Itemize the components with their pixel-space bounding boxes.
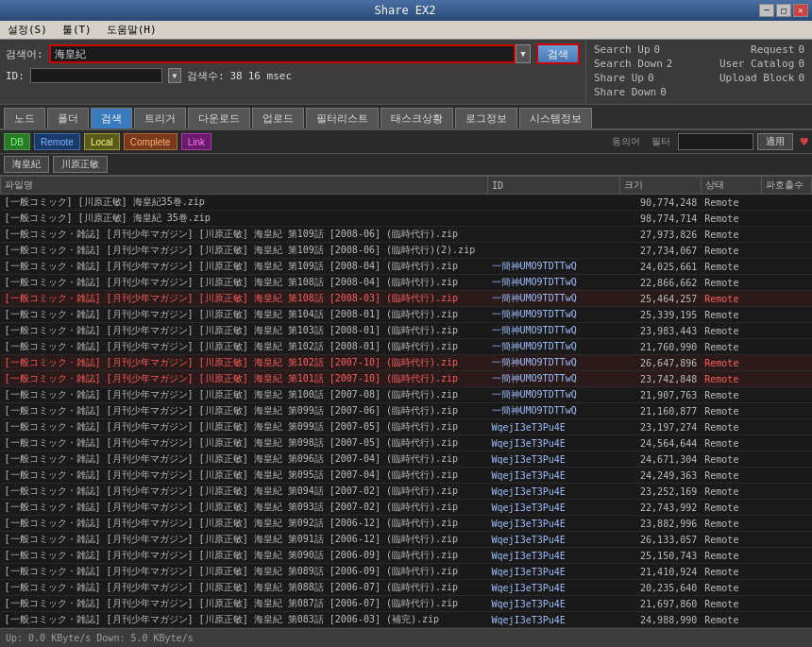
table-row[interactable]: [一般コミック・雑誌] [月刊少年マガジン] [川原正敏] 海皇紀 第099話 … (1, 403, 812, 419)
table-row[interactable]: [一般コミック・雑誌] [月刊少年マガジン] [川原正敏] 海皇紀 第098話 … (1, 435, 812, 451)
close-button[interactable]: × (793, 4, 808, 17)
table-row[interactable]: [一般コミック・雑誌] [月刊少年マガジン] [川原正敏] 海皇紀 第109話 … (1, 227, 812, 243)
filter-remote-btn[interactable]: Remote (34, 133, 80, 150)
filter-input[interactable] (678, 133, 753, 150)
cell-status: Remote (701, 339, 762, 355)
table-row[interactable]: [一般コミック・雑誌] [月刊少年マガジン] [川原正敏] 海皇紀 第100話 … (1, 387, 812, 403)
tag-kaijoki[interactable]: 海皇紀 (4, 156, 49, 173)
cell-filename: [一般コミック・雑誌] [月刊少年マガジン] [川原正敏] 海皇紀 第094話 … (1, 484, 488, 500)
cell-progress (762, 339, 812, 355)
filter-db-btn[interactable]: DB (4, 133, 30, 150)
cell-filename: [一般コミック・雑誌] [月刊少年マガジン] [川原正敏] 海皇紀 第092話 … (1, 516, 488, 532)
tab-taskstatus[interactable]: 태스크상황 (381, 108, 453, 128)
cell-id: 一簡神UMO9TDTTwQ (488, 387, 620, 403)
cell-progress (762, 275, 812, 291)
table-row[interactable]: [一般コミック・雑誌] [月刊少年マガジン] [川原正敏] 海皇紀 第102話 … (1, 339, 812, 355)
tab-filterlist[interactable]: 필터리스트 (306, 108, 379, 128)
title-bar: Share EX2 ─ □ × (0, 0, 812, 21)
search-button[interactable]: 검색 (536, 43, 580, 64)
cell-progress (762, 596, 812, 612)
tab-folder[interactable]: 폴더 (47, 108, 89, 128)
cell-id: 一簡神UMO9TDTTwQ (488, 355, 620, 371)
cell-filename: [一般コミック・雑誌] [月刊少年マガジン] [川原正敏] 海皇紀 第096話 … (1, 451, 488, 468)
tab-upload[interactable]: 업로드 (252, 108, 304, 128)
table-row[interactable]: [一般コミック・雑誌] [月刊少年マガジン] [川原正敏] 海皇紀 第096話 … (1, 451, 812, 468)
cell-status: Remote (701, 484, 762, 500)
cell-filename: [一般コミック・雑誌] [月刊少年マガジン] [川原正敏] 海皇紀 第109話 … (1, 243, 488, 259)
id-input[interactable] (30, 68, 162, 83)
cell-progress (762, 532, 812, 548)
filter-link-btn[interactable]: Link (181, 133, 211, 150)
cell-progress (762, 291, 812, 307)
tab-search[interactable]: 검색 (91, 108, 132, 128)
table-row[interactable]: [一般コミック・雑誌] [月刊少年マガジン] [川原正敏] 海皇紀 第083話 … (1, 612, 812, 628)
table-row[interactable]: [一般コミック・雑誌] [月刊少年マガジン] [川原正敏] 海皇紀 第092話 … (1, 516, 812, 532)
cell-id: 一簡神UMO9TDTTwQ (488, 371, 620, 387)
table-row[interactable]: [一般コミック・雑誌] [月刊少年マガジン] [川原正敏] 海皇紀 第089話 … (1, 564, 812, 580)
cell-filename: [一般コミック・雑誌] [月刊少年マガジン] [川原正敏] 海皇紀 第083話 … (1, 612, 488, 628)
table-row[interactable]: [一般コミック・雑誌] [月刊少年マガジン] [川原正敏] 海皇紀 第099話 … (1, 419, 812, 435)
table-row[interactable]: [一般コミック・雑誌] [月刊少年マガジン] [川原正敏] 海皇紀 第103話 … (1, 323, 812, 339)
tab-sysinfo[interactable]: 시스템정보 (519, 108, 592, 128)
table-row[interactable]: [一般コミック・雑誌] [月刊少年マガジン] [川原正敏] 海皇紀 第108話 … (1, 275, 812, 291)
cell-status: Remote (701, 211, 762, 227)
table-row[interactable]: [一般コミック・雑誌] [月刊少年マガジン] [川原正敏] 海皇紀 第093話 … (1, 500, 812, 516)
cell-id: WqejI3eT3Pu4E (488, 580, 620, 596)
tab-loginfo[interactable]: 로그정보 (455, 108, 517, 128)
filter-local-btn[interactable]: Local (84, 133, 120, 150)
cell-id: WqejI3eT3Pu4E (488, 451, 620, 468)
table-row[interactable]: [一般コミック] [川原正敏] 海皇紀35巻.zip90,774,248Remo… (1, 195, 812, 211)
table-row[interactable]: [一般コミック・雑誌] [月刊少年マガジン] [川原正敏] 海皇紀 第109話 … (1, 243, 812, 259)
cell-size: 26,647,896 (619, 355, 701, 371)
table-row[interactable]: [一般コミック・雑誌] [月刊少年マガジン] [川原正敏] 海皇紀 第108話 … (1, 291, 812, 307)
cell-filename: [一般コミック・雑誌] [月刊少年マガジン] [川原正敏] 海皇紀 第108話 … (1, 291, 488, 307)
table-row[interactable]: [一般コミック・雑誌] [月刊少年マガジン] [川原正敏] 海皇紀 第090話 … (1, 548, 812, 564)
cell-id: 一簡神UMO9TDTTwQ (488, 259, 620, 275)
maximize-button[interactable]: □ (776, 4, 791, 17)
table-row[interactable]: [一般コミック・雑誌] [月刊少年マガジン] [川原正敏] 海皇紀 第088話 … (1, 580, 812, 596)
tab-trigger[interactable]: 트리거 (134, 108, 186, 128)
menu-tools[interactable]: 툴(T) (59, 23, 95, 37)
tab-download[interactable]: 다운로드 (188, 108, 250, 128)
table-container[interactable]: 파일명 ID 크기 상태 파호출수 [一般コミック] [川原正敏] 海皇紀35巻… (0, 176, 812, 628)
table-row[interactable]: [一般コミック・雑誌] [月刊少年マガジン] [川原正敏] 海皇紀 第109話 … (1, 259, 812, 275)
cell-status: Remote (701, 516, 762, 532)
menu-help[interactable]: 도움말(H) (103, 23, 161, 37)
table-row[interactable]: [一般コミック] [川原正敏] 海皇紀 35巻.zip98,774,714Rem… (1, 211, 812, 227)
id-dropdown-btn[interactable]: ▼ (168, 68, 181, 83)
filter-complete-btn[interactable]: Complete (124, 133, 178, 150)
filter-apply-btn[interactable]: 適用 (757, 133, 793, 150)
cell-status: Remote (701, 564, 762, 580)
cell-id: WqejI3eT3Pu4E (488, 548, 620, 564)
cell-status: Remote (701, 548, 762, 564)
cell-size: 20,235,640 (619, 580, 701, 596)
table-row[interactable]: [一般コミック・雑誌] [月刊少年マガジン] [川原正敏] 海皇紀 第104話 … (1, 307, 812, 323)
cell-size: 24,988,990 (619, 612, 701, 628)
search-dropdown-btn[interactable]: ▼ (516, 44, 531, 63)
tag-kawahara[interactable]: 川原正敏 (53, 156, 108, 173)
cell-progress (762, 468, 812, 484)
tab-node[interactable]: 노드 (4, 108, 45, 128)
col-header-status: 상태 (701, 177, 762, 195)
table-row[interactable]: [一般コミック・雑誌] [月刊少年マガジン] [川原正敏] 海皇紀 第095話 … (1, 468, 812, 484)
cell-id: WqejI3eT3Pu4E (488, 500, 620, 516)
window-controls[interactable]: ─ □ × (759, 4, 808, 17)
cell-id: WqejI3eT3Pu4E (488, 484, 620, 500)
filter-row: DB Remote Local Complete Link 동의어 필터 適用 … (0, 130, 812, 154)
table-row[interactable]: [一般コミック・雑誌] [月刊少年マガジン] [川原正敏] 海皇紀 第087話 … (1, 596, 812, 612)
stats-row-3: Share Up 0 Upload Block 0 (594, 72, 804, 84)
table-row[interactable]: [一般コミック・雑誌] [月刊少年マガジン] [川原正敏] 海皇紀 第094話 … (1, 484, 812, 500)
cell-status: Remote (701, 612, 762, 628)
table-row[interactable]: [一般コミック・雑誌] [月刊少年マガジン] [川原正敏] 海皇紀 第091話 … (1, 532, 812, 548)
heart-icon[interactable]: ♥ (801, 134, 808, 149)
cell-status: Remote (701, 451, 762, 468)
cell-id: 一簡神UMO9TDTTwQ (488, 339, 620, 355)
table-row[interactable]: [一般コミック・雑誌] [月刊少年マガジン] [川原正敏] 海皇紀 第102話 … (1, 355, 812, 371)
minimize-button[interactable]: ─ (759, 4, 774, 17)
menu-settings[interactable]: 설정(S) (4, 23, 51, 37)
table-row[interactable]: [一般コミック・雑誌] [月刊少年マガジン] [川原正敏] 海皇紀 第101話 … (1, 371, 812, 387)
cell-filename: [一般コミック・雑誌] [月刊少年マガジン] [川原正敏] 海皇紀 第099話 … (1, 419, 488, 435)
cell-size: 22,743,992 (619, 500, 701, 516)
search-input[interactable] (49, 44, 516, 63)
id-label: ID: (6, 70, 25, 82)
